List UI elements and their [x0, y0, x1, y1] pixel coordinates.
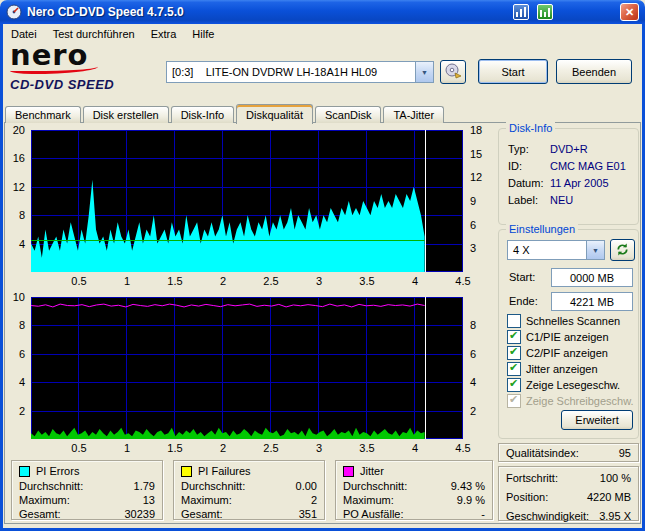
pi-errors-title: PI Errors	[36, 464, 79, 478]
start-button[interactable]: Start	[478, 59, 548, 84]
tick-label: 6	[19, 348, 25, 360]
checkbox-icon[interactable]	[507, 314, 521, 328]
speed-value: 3.95 X	[599, 509, 631, 524]
menu-item-hilfe[interactable]: Hilfe	[184, 25, 222, 43]
quality-index-panel: Qualitätsindex: 95	[498, 443, 639, 462]
quality-index-value: 95	[619, 447, 631, 459]
checkbox-label: Zeige Schreibgeschw.	[526, 395, 634, 407]
checkbox-zeige-lesegeschw[interactable]: Zeige Lesegeschw.	[507, 378, 620, 392]
tick-label: 20	[13, 124, 25, 136]
chevron-down-icon[interactable]: ▼	[586, 241, 604, 259]
tick-label: 3.5	[357, 275, 377, 287]
pi-errors-panel: PI Errors Durchschnitt:1.79 Maximum:13 G…	[11, 460, 163, 520]
app-window: Nero CD-DVD Speed 4.7.5.0 ✕ Datei Test d…	[0, 0, 645, 531]
tab-disk-info[interactable]: Disk-Info	[171, 106, 234, 123]
tick-label: 1	[117, 442, 137, 454]
tick-label: 2.5	[261, 442, 281, 454]
stat-label: Durchschnitt:	[19, 479, 83, 493]
tick-label: 10	[13, 291, 25, 303]
tab-diskqualitaet[interactable]: Diskqualität	[236, 104, 313, 124]
position-value: 4220 MB	[587, 490, 631, 505]
checkbox-c2-pif-anzeigen[interactable]: C2/PIF anzeigen	[507, 346, 608, 360]
checkbox-schnelles-scannen[interactable]: Schnelles Scannen	[507, 314, 620, 328]
drive-select[interactable]: [0:3] LITE-ON DVDRW LH-18A1H HL09 ▼	[166, 61, 434, 83]
stat-label: Maximum:	[19, 493, 70, 507]
tick-label: 2.5	[261, 275, 281, 287]
tab-disk-erstellen[interactable]: Disk erstellen	[83, 106, 169, 123]
pi-errors-swatch	[19, 466, 30, 477]
tick-label: 1	[117, 275, 137, 287]
start-offset-input[interactable]	[551, 268, 633, 287]
jitter-x-axis: 0.511.522.533.544.5	[31, 441, 463, 454]
advanced-button[interactable]: Erweitert	[561, 410, 633, 430]
checkbox-icon[interactable]	[507, 362, 521, 376]
checkbox-icon[interactable]	[507, 378, 521, 392]
checkbox-jitter-anzeigen[interactable]: Jitter anzeigen	[507, 362, 598, 376]
progress-value: 100 %	[600, 471, 631, 486]
tab-scandisk[interactable]: ScanDisk	[315, 106, 381, 123]
chevron-down-icon[interactable]: ▼	[415, 62, 433, 82]
tick-label: 4	[470, 376, 476, 388]
menubar: Datei Test durchführen Extra Hilfe	[0, 24, 645, 44]
refresh-icon	[615, 242, 630, 259]
nero-logo: nero CD-DVD SPEED	[10, 42, 162, 92]
checkbox-c1-pie-anzeigen[interactable]: C1/PIE anzeigen	[507, 330, 609, 344]
tick-label: 0.5	[69, 442, 89, 454]
tick-label: 1.5	[165, 442, 185, 454]
pi-errors-left-axis: 20161284	[5, 130, 28, 272]
stat-value: 0.00	[296, 479, 317, 493]
tick-label: 4	[19, 376, 25, 388]
titlebar-chart-icon-green[interactable]	[537, 4, 553, 20]
tick-label: 8	[470, 319, 476, 331]
disk-type-value: DVD+R	[550, 142, 588, 156]
refresh-drive-button[interactable]	[610, 239, 635, 261]
jitter-title: Jitter	[360, 464, 384, 478]
tick-label: 3	[470, 242, 476, 254]
app-icon	[6, 4, 22, 20]
checkbox-label: C1/PIE anzeigen	[526, 331, 609, 343]
tab-benchmark[interactable]: Benchmark	[5, 106, 81, 123]
tick-label: 3	[309, 442, 329, 454]
jitter-right-axis: 8642	[466, 297, 488, 439]
start-offset-label: Start:	[509, 268, 535, 287]
checkbox-icon[interactable]	[507, 346, 521, 360]
pi-errors-right-axis: 181512963	[466, 130, 488, 272]
tick-label: 6	[470, 348, 476, 360]
stat-label: Durchschnitt:	[181, 479, 245, 493]
disk-label-value: NEU	[550, 193, 573, 207]
tick-label: 2	[213, 442, 233, 454]
titlebar-chart-icon-blue[interactable]	[513, 4, 529, 20]
checkbox-label: Zeige Lesegeschw.	[526, 379, 620, 391]
stat-value: 9.9 %	[457, 493, 485, 507]
menu-item-extra[interactable]: Extra	[143, 25, 185, 43]
pi-errors-x-axis: 0.511.522.533.544.5	[31, 274, 463, 287]
tab-ta-jitter[interactable]: TA-Jitter	[383, 106, 444, 123]
stat-value: 351	[299, 507, 317, 521]
speed-select[interactable]: 4 X ▼	[507, 240, 605, 260]
tick-label: 4	[405, 442, 425, 454]
end-offset-input[interactable]	[551, 292, 633, 311]
tick-label: 6	[470, 219, 476, 231]
drive-eject-button[interactable]	[440, 60, 466, 84]
tick-label: 15	[470, 148, 482, 160]
progress-panel: Fortschritt:100 % Position:4220 MB Gesch…	[498, 466, 639, 521]
tick-label: 1.5	[165, 275, 185, 287]
tick-label: 18	[470, 124, 482, 136]
window-title: Nero CD-DVD Speed 4.7.5.0	[27, 5, 184, 19]
tick-label: 3.5	[357, 442, 377, 454]
close-icon[interactable]: ✕	[620, 3, 639, 21]
tick-label: 4	[405, 275, 425, 287]
settings-group: Einstellungen 4 X ▼ Start: Ende: Schnell…	[498, 229, 639, 439]
quit-button[interactable]: Beenden	[556, 59, 632, 84]
checkbox-label: Schnelles Scannen	[526, 315, 620, 327]
stat-value: 30239	[124, 507, 155, 521]
tick-label: 4.5	[453, 442, 473, 454]
tick-label: 0.5	[69, 275, 89, 287]
checkbox-icon[interactable]	[507, 330, 521, 344]
tick-label: 3	[309, 275, 329, 287]
stat-label: Gesamt:	[181, 507, 223, 521]
drive-select-value: [0:3] LITE-ON DVDRW LH-18A1H HL09	[167, 62, 415, 82]
checkbox-label: C2/PIF anzeigen	[526, 347, 608, 359]
stat-value: 13	[143, 493, 155, 507]
tick-label: 2	[19, 405, 25, 417]
